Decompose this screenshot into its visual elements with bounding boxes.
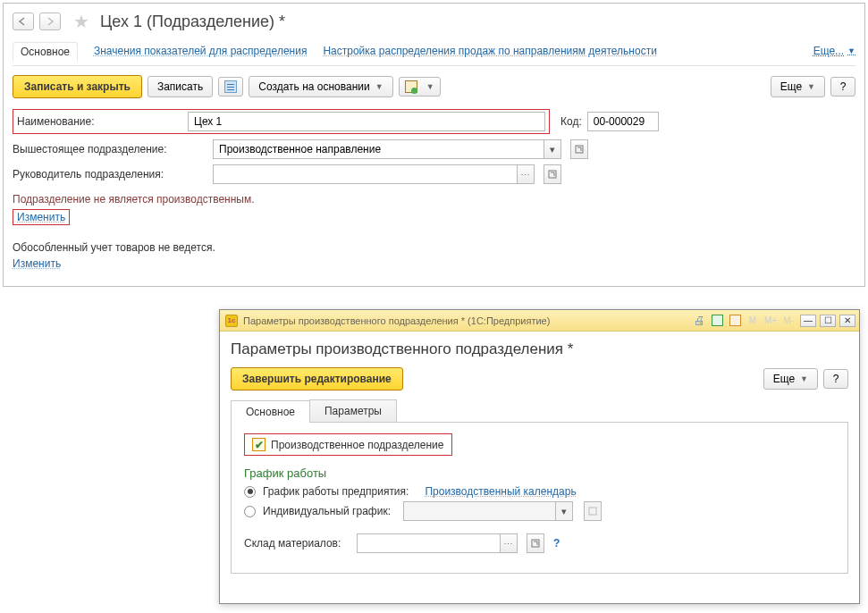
document-attach-icon [405,80,417,93]
status-separate-accounting: Обособленный учет товаров не ведется. [13,241,855,254]
radio-individual-schedule-label: Индивидуальный график: [263,505,391,517]
individual-schedule-dropdown: ▾ [555,501,573,521]
chevron-down-icon: ▼ [375,82,383,91]
close-button[interactable]: ✕ [839,315,855,327]
dialog-body: Параметры производственного подразделени… [220,332,859,581]
dialog-tab-main[interactable]: Основное [231,400,310,423]
attachments-button[interactable]: ▼ [399,77,441,97]
finish-editing-button[interactable]: Завершить редактирование [231,367,403,390]
dialog-toolbar: Завершить редактирование Еще ▼ ? [231,367,848,390]
row-manager: Руководитель подразделения: ··· [13,164,855,184]
more-actions-button[interactable]: Еще ▼ [771,76,825,97]
production-calendar-link[interactable]: Производственный календарь [425,485,576,498]
create-based-button[interactable]: Создать на основании ▼ [249,76,392,97]
svg-rect-1 [549,171,556,178]
chevron-down-icon: ▼ [800,374,808,383]
production-checkbox-label: Производственное подразделение [271,439,444,451]
radio-company-schedule-row[interactable]: График работы предприятия: Производствен… [244,485,835,498]
maximize-button[interactable]: ☐ [820,315,836,327]
name-input[interactable] [188,112,545,131]
dialog-heading: Параметры производственного подразделени… [231,340,848,358]
change-production-link[interactable]: Изменить [13,209,70,225]
calendar-green-icon[interactable] [709,314,725,328]
dialog-tab-params[interactable]: Параметры [309,399,397,422]
materials-label: Склад материалов: [244,537,351,550]
manager-combo: ··· [213,164,535,184]
favorite-star-icon[interactable]: ★ [73,11,89,32]
help-button[interactable]: ? [830,77,855,97]
tab-more-label: Еще... [813,45,844,57]
dialog-tabs: Основное Параметры [231,399,848,423]
dialog-tab-pane: ✔ Производственное подразделение График … [231,423,848,574]
radio-company-schedule[interactable] [244,486,256,498]
parent-input[interactable] [213,139,544,159]
materials-combo: ··· [357,533,518,553]
calendar-orange-icon[interactable] [727,314,743,328]
production-checkbox[interactable]: ✔ [252,438,265,451]
dialog-titlebar-text: Параметры производственного подразделени… [243,315,550,326]
production-checkbox-row[interactable]: ✔ Производственное подразделение [244,433,452,456]
parent-open-button[interactable] [570,139,588,159]
status-not-production: Подразделение не является производственн… [13,193,855,206]
save-button[interactable]: Записать [147,76,213,97]
chevron-down-icon: ▼ [847,46,855,55]
create-based-label: Создать на основании [258,80,370,93]
row-parent: Вышестоящее подразделение: ▾ [13,139,855,159]
materials-input[interactable] [357,533,500,553]
m-plus-icon[interactable]: M+ [763,314,779,328]
parent-combo: ▾ [213,139,561,159]
manager-open-button[interactable] [544,164,561,184]
print-icon[interactable]: 🖨 [691,314,707,328]
minimize-button[interactable]: — [800,315,816,327]
tab-main[interactable]: Основное [13,42,78,61]
materials-row: Склад материалов: ··· ? [244,533,835,553]
dialog-more-label: Еще [773,373,795,385]
tab-indicators[interactable]: Значения показателей для распределения [94,43,307,59]
tab-sales-distribution[interactable]: Настройка распределения продаж по направ… [323,43,656,59]
parent-label: Вышестоящее подразделение: [13,143,207,155]
svg-rect-3 [532,540,539,547]
code-label: Код: [560,115,582,128]
change-accounting-link[interactable]: Изменить [13,257,61,270]
row-name: Наименование: Код: [13,109,855,134]
toolbar: Записать и закрыть Записать Создать на о… [13,75,855,98]
manager-label: Руководитель подразделения: [13,168,207,181]
page-title: Цех 1 (Подразделение) * [100,13,285,31]
manager-select-button[interactable]: ··· [517,164,535,184]
nav-back-button[interactable] [13,13,34,30]
radio-individual-schedule[interactable] [244,506,256,517]
radio-individual-schedule-row[interactable]: Индивидуальный график: ▾ [244,501,835,521]
header: ★ Цех 1 (Подразделение) * [13,11,855,32]
m-icon[interactable]: M [745,314,761,328]
materials-select-button[interactable]: ··· [500,533,518,553]
svg-rect-0 [576,146,583,153]
section-tabs: Основное Значения показателей для распре… [13,41,855,66]
list-icon [224,80,237,93]
production-params-dialog: 1c Параметры производственного подраздел… [219,309,860,604]
individual-schedule-open [584,501,602,521]
dialog-titlebar[interactable]: 1c Параметры производственного подраздел… [220,310,859,332]
tab-more[interactable]: Еще... ▼ [813,45,855,57]
name-label: Наименование: [17,115,182,128]
materials-open-button[interactable] [527,533,544,553]
dialog-help-button[interactable]: ? [823,369,848,389]
more-label: Еще [780,80,802,93]
m-minus-icon[interactable]: M- [780,314,796,328]
code-input[interactable] [587,112,659,131]
manager-input[interactable] [213,164,517,184]
app-1c-icon: 1c [225,315,238,327]
materials-help-icon[interactable]: ? [553,537,560,550]
chevron-down-icon: ▼ [426,82,434,91]
parent-dropdown-button[interactable]: ▾ [544,139,561,159]
chevron-down-icon: ▼ [807,82,815,91]
individual-schedule-combo: ▾ [403,501,573,521]
save-close-button[interactable]: Записать и закрыть [13,75,142,98]
dialog-more-button[interactable]: Еще ▼ [763,368,818,390]
main-window: ★ Цех 1 (Подразделение) * Основное Значе… [3,3,865,287]
list-view-button[interactable] [218,77,243,97]
nav-forward-button[interactable] [39,13,61,30]
svg-rect-2 [589,508,596,515]
titlebar-icons: 🖨 M M+ M- — ☐ ✕ [691,314,855,328]
individual-schedule-input [403,501,555,521]
radio-company-schedule-label: График работы предприятия: [263,485,409,498]
